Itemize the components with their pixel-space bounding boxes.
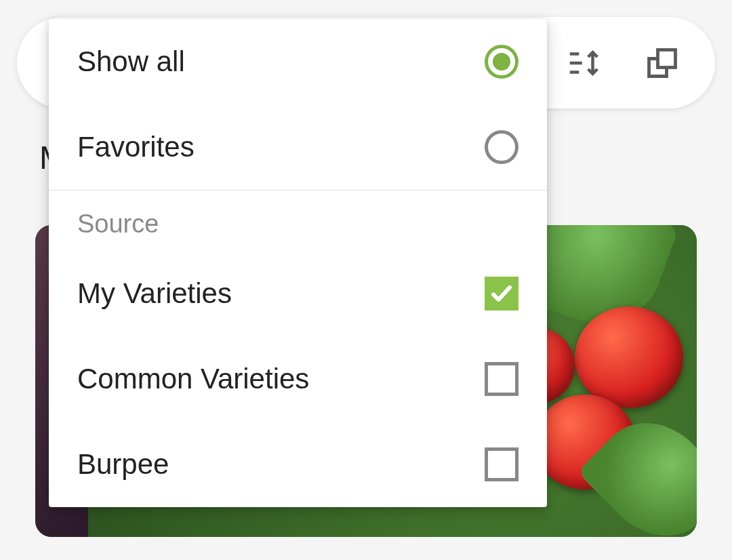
filter-radio-label: Favorites: [77, 131, 195, 163]
filter-radio-label: Show all: [77, 45, 185, 78]
sort-icon[interactable]: [565, 44, 603, 82]
svg-rect-4: [658, 49, 676, 67]
checkbox-icon: [485, 362, 518, 396]
radio-icon: [485, 130, 518, 164]
filter-panel: Show all Favorites Source My Varieties C…: [49, 19, 547, 507]
checkbox-icon: [485, 277, 518, 311]
filter-radio-show-all[interactable]: Show all: [49, 19, 547, 104]
filter-radio-favorites[interactable]: Favorites: [49, 104, 547, 190]
filter-checkbox-label: My Varieties: [77, 277, 232, 310]
filter-checkbox-label: Common Varieties: [77, 363, 309, 395]
filter-checkbox-common-varieties[interactable]: Common Varieties: [49, 336, 547, 422]
radio-icon: [485, 45, 518, 79]
source-heading: Source: [49, 191, 547, 251]
expand-icon[interactable]: [643, 44, 681, 82]
filter-checkbox-my-varieties[interactable]: My Varieties: [49, 251, 547, 336]
checkbox-icon: [485, 447, 518, 481]
filter-checkbox-burpee[interactable]: Burpee: [49, 422, 547, 507]
filter-checkbox-label: Burpee: [77, 448, 169, 481]
